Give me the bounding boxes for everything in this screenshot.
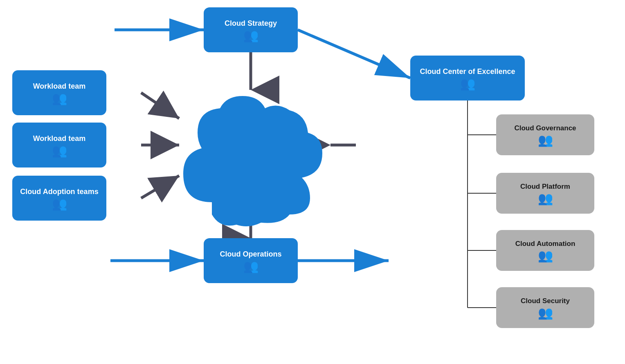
- workload-team-2-box: Workload team 👥: [12, 123, 106, 167]
- cloud-security-box: Cloud Security 👥: [496, 287, 594, 328]
- cloud-adoption-label: Cloud Adoption teams: [20, 188, 98, 196]
- cloud-strategy-icon: 👥: [243, 29, 259, 42]
- svg-line-9: [298, 30, 410, 78]
- cloud-operations-box: Cloud Operations 👥: [204, 238, 298, 283]
- cloud-strategy-box: Cloud Strategy 👥: [204, 7, 298, 52]
- cloud-security-icon: 👥: [538, 307, 553, 319]
- cloud-governance-icon: 👥: [538, 134, 553, 146]
- workload-team-1-box: Workload team 👥: [12, 70, 106, 115]
- cloud-platform-box: Cloud Platform 👥: [496, 173, 594, 214]
- workload-team-1-icon: 👥: [52, 92, 67, 105]
- workload-team-2-icon: 👥: [52, 145, 67, 157]
- cloud-adoption-icon: 👥: [52, 198, 67, 210]
- cloud-operations-icon: 👥: [243, 260, 259, 272]
- cloud-platform-icon: 👥: [538, 192, 553, 205]
- cloud-automation-icon: 👥: [538, 250, 553, 262]
- cloud-governance-label: Cloud Governance: [514, 124, 576, 132]
- cloud-automation-label: Cloud Automation: [515, 240, 576, 248]
- cloud-automation-box: Cloud Automation 👥: [496, 230, 594, 271]
- cloud-adoption-box: Cloud Adoption teams 👥: [12, 176, 106, 221]
- cloud-platform-label: Cloud Platform: [520, 183, 570, 191]
- cloud-coe-icon: 👥: [460, 78, 475, 90]
- cloud-shape: [171, 88, 330, 227]
- cloud-coe-box: Cloud Center of Excellence 👥: [410, 56, 525, 100]
- workload-team-2-label: Workload team: [33, 134, 86, 143]
- workload-team-1-label: Workload team: [33, 82, 86, 91]
- cloud-operations-label: Cloud Operations: [220, 250, 281, 259]
- diagram: Cloud Strategy 👥 Workload team 👥 Workloa…: [0, 0, 625, 364]
- cloud-security-label: Cloud Security: [521, 297, 570, 305]
- cloud-strategy-label: Cloud Strategy: [225, 19, 277, 28]
- cloud-coe-label: Cloud Center of Excellence: [420, 67, 515, 76]
- cloud-governance-box: Cloud Governance 👥: [496, 114, 594, 155]
